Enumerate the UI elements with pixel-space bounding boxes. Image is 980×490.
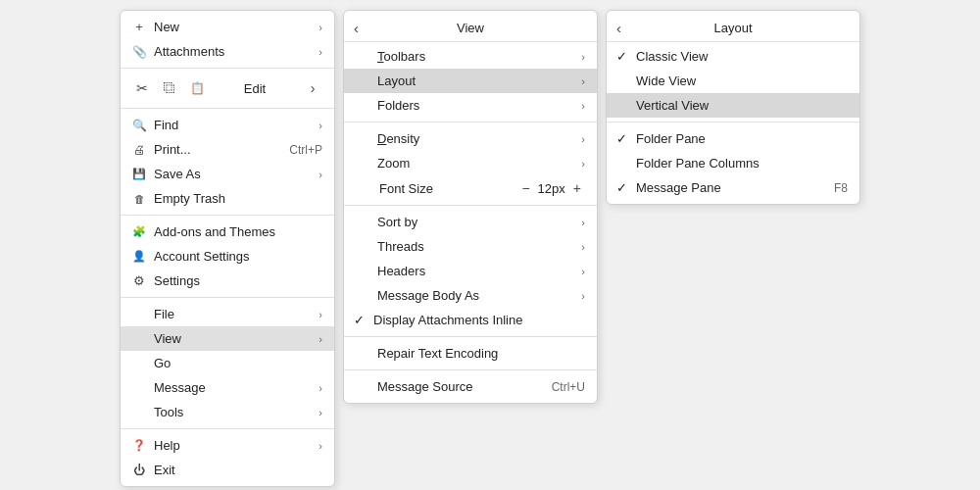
menu-item-view[interactable]: View › (121, 326, 334, 351)
wideview-label: Wide View (636, 74, 848, 88)
menu-item-message[interactable]: Message › (121, 375, 334, 400)
menu-item-file[interactable]: File › (121, 302, 334, 326)
message-label: Message (154, 380, 318, 395)
copy-button[interactable]: ⿻ (156, 76, 183, 100)
messagebodyas-arrow: › (581, 290, 585, 302)
layout-back-button[interactable]: ‹ (616, 20, 621, 36)
zoom-arrow: › (581, 158, 585, 170)
menu-item-go[interactable]: Go (121, 351, 334, 375)
menu-item-classicview[interactable]: ✓ Classic View (607, 44, 859, 69)
fontsize-value: 12px (538, 181, 565, 196)
menu-item-messagesource[interactable]: Message Source Ctrl+U (344, 374, 597, 399)
menu-item-density[interactable]: Density › (344, 126, 597, 151)
view-sep-3 (344, 336, 597, 337)
print-icon: 🖨 (130, 143, 148, 157)
menu-item-displayattachments[interactable]: ✓ Display Attachments Inline (344, 308, 597, 332)
menu-item-emptytrash[interactable]: 🗑 Empty Trash (121, 186, 334, 211)
emptytrash-label: Empty Trash (154, 191, 322, 206)
settings-label: Settings (154, 273, 322, 288)
menu-item-saveas[interactable]: 💾 Save As › (121, 162, 334, 186)
messagepane-shortcut: F8 (834, 181, 848, 195)
headers-arrow: › (581, 266, 585, 277)
menu-item-tools[interactable]: Tools › (121, 400, 334, 424)
help-label: Help (154, 438, 318, 453)
headers-label: Headers (377, 264, 581, 278)
menu-item-wideview[interactable]: ✓ Wide View (607, 69, 859, 93)
tools-label: Tools (154, 405, 318, 419)
go-label: Go (154, 356, 322, 370)
cut-button[interactable]: ✂ (128, 76, 156, 100)
find-label: Find (154, 118, 318, 132)
menu-item-settings[interactable]: ⚙ Settings (121, 269, 334, 293)
edit-more-button[interactable]: › (299, 76, 326, 100)
threads-arrow: › (581, 241, 585, 253)
separator-5 (121, 428, 334, 429)
menu-item-folders[interactable]: Folders › (344, 93, 597, 118)
emptytrash-icon: 🗑 (130, 193, 148, 205)
separator-1 (121, 68, 334, 69)
addons-icon: 🧩 (130, 225, 148, 238)
view-menu-header: ‹ View (344, 15, 597, 42)
menu-item-attachments[interactable]: 📎 Attachments › (121, 39, 334, 64)
help-arrow: › (318, 440, 322, 452)
menu-item-repairtextencoding[interactable]: Repair Text Encoding (344, 341, 597, 366)
attachments-icon: 📎 (130, 45, 148, 59)
menu-item-layout[interactable]: Layout › (344, 69, 597, 93)
fontsize-label: Font Size (379, 181, 517, 196)
accountsettings-icon: 👤 (130, 250, 148, 263)
menu-item-toolbars[interactable]: Toolbars › (344, 44, 597, 69)
sortby-arrow: › (581, 217, 585, 228)
layout-menu-title: Layout (618, 21, 848, 35)
menu-item-headers[interactable]: Headers › (344, 259, 597, 283)
menu-item-messagepane[interactable]: ✓ Message Pane F8 (607, 175, 859, 200)
font-size-row: Font Size − 12px + (344, 175, 597, 201)
menu-item-addons[interactable]: 🧩 Add-ons and Themes (121, 220, 334, 244)
main-menu: + New › 📎 Attachments › ✂ ⿻ 📋 Edit › 🔍 F… (120, 10, 335, 487)
layout-sep-1 (607, 122, 859, 122)
menu-item-accountsettings[interactable]: 👤 Account Settings (121, 244, 334, 269)
menu-item-zoom[interactable]: Zoom › (344, 151, 597, 175)
menu-item-help[interactable]: ❓ Help › (121, 433, 334, 458)
view-sep-4 (344, 369, 597, 370)
threads-label: Threads (377, 239, 581, 254)
displayattachments-label: Display Attachments Inline (373, 313, 585, 327)
sortby-label: Sort by (377, 215, 581, 229)
separator-2 (121, 108, 334, 109)
fontsize-decrease-button[interactable]: − (517, 180, 533, 196)
print-label: Print... (154, 142, 270, 157)
messagesource-shortcut: Ctrl+U (552, 380, 585, 394)
menu-item-messagebodyas[interactable]: Message Body As › (344, 283, 597, 308)
saveas-arrow: › (318, 169, 322, 180)
edit-label: Edit (211, 81, 299, 96)
new-arrow: › (318, 22, 322, 33)
menu-item-sortby[interactable]: Sort by › (344, 210, 597, 234)
paste-button[interactable]: 📋 (183, 76, 211, 100)
view-sep-2 (344, 205, 597, 206)
find-arrow: › (318, 120, 322, 131)
menu-item-exit[interactable]: ⏻ Exit (121, 458, 334, 482)
exit-icon: ⏻ (130, 464, 148, 477)
folders-label: Folders (377, 98, 581, 113)
addons-label: Add-ons and Themes (154, 224, 322, 239)
menu-item-folderpanecolumns[interactable]: ✓ Folder Pane Columns (607, 151, 859, 175)
new-label: New (154, 20, 318, 34)
menu-item-folderpane[interactable]: ✓ Folder Pane (607, 126, 859, 151)
classicview-label: Classic View (636, 49, 848, 64)
fontsize-increase-button[interactable]: + (569, 180, 585, 196)
menu-item-find[interactable]: 🔍 Find › (121, 113, 334, 137)
menu-item-threads[interactable]: Threads › (344, 234, 597, 259)
layout-menu: ‹ Layout ✓ Classic View ✓ Wide View ✓ Ve… (606, 10, 860, 205)
messagebodyas-label: Message Body As (377, 288, 581, 303)
density-arrow: › (581, 133, 585, 145)
menu-item-new[interactable]: + New › (121, 15, 334, 39)
folders-arrow: › (581, 100, 585, 112)
view-back-button[interactable]: ‹ (354, 20, 359, 36)
menu-item-verticalview[interactable]: ✓ Vertical View (607, 93, 859, 118)
menu-item-print[interactable]: 🖨 Print... Ctrl+P (121, 137, 334, 162)
view-menu-title: View (356, 21, 585, 35)
displayattachments-check: ✓ (354, 313, 369, 327)
messagesource-label: Message Source (377, 379, 532, 394)
settings-icon: ⚙ (130, 273, 148, 288)
toolbars-label: Toolbars (377, 49, 581, 64)
verticalview-label: Vertical View (636, 98, 848, 113)
